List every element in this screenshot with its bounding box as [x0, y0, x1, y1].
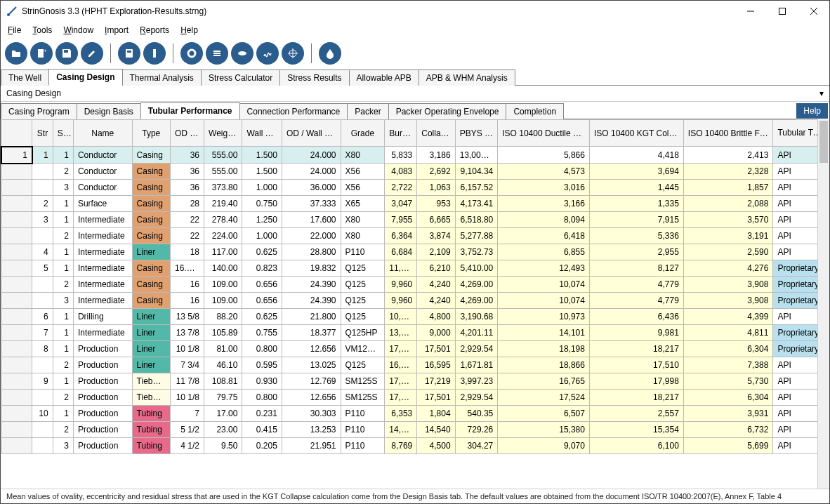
table-row[interactable]: 3IntermediateCasing16109.000.65624.390Q1…: [1, 293, 829, 309]
sub-tab-connection-performance[interactable]: Connection Performance: [239, 103, 348, 119]
main-tab-stress-calculator[interactable]: Stress Calculator: [201, 69, 280, 86]
col-type[interactable]: Type: [132, 120, 170, 147]
svg-point-15: [238, 51, 246, 55]
main-tab-thermal-analysis[interactable]: Thermal Analysis: [122, 69, 202, 86]
tubular-icon[interactable]: [143, 42, 166, 65]
row-header[interactable]: [1, 357, 32, 373]
help-button[interactable]: Help: [796, 103, 828, 119]
drop-icon[interactable]: [319, 42, 341, 65]
sub-tab-tubular-performance[interactable]: Tubular Performance: [140, 102, 240, 119]
row-header[interactable]: [1, 341, 32, 357]
row-header[interactable]: [1, 180, 32, 196]
col-kgt[interactable]: ISO 10400 KGT Collapse Pressure (psi): [589, 120, 683, 147]
row-header[interactable]: 1: [1, 147, 32, 164]
main-tab-allowable-apb[interactable]: Allowable APB: [349, 69, 419, 86]
menu-import[interactable]: Import: [100, 24, 133, 37]
row-header[interactable]: [1, 390, 32, 406]
panel-dropdown-icon[interactable]: ▾: [819, 88, 824, 98]
row-header[interactable]: [1, 325, 32, 341]
main-tab-apb-whm-analysis[interactable]: APB & WHM Analysis: [419, 69, 515, 86]
table-row[interactable]: 3ConductorCasing36373.801.00036.000X562,…: [1, 180, 829, 196]
main-tabs: The WellCasing DesignThermal AnalysisStr…: [1, 68, 829, 86]
table-row[interactable]: 51IntermediateCasing16.322140.000.82319.…: [1, 260, 829, 277]
row-header[interactable]: [1, 228, 32, 244]
row-header[interactable]: [1, 260, 32, 277]
table-row[interactable]: 111ConductorCasing36555.001.50024.000X80…: [1, 147, 829, 164]
tubular-performance-table[interactable]: StrSecNameTypeOD (in)Weight (ppf)Wall Th…: [1, 119, 829, 454]
minimize-button[interactable]: [735, 1, 766, 22]
table-row[interactable]: 2ProductionLiner7 3/446.100.59513.025Q12…: [1, 357, 829, 373]
sub-tab-completion[interactable]: Completion: [506, 103, 564, 119]
table-row[interactable]: 71IntermediateLiner13 7/8105.890.75518.3…: [1, 325, 829, 341]
svg-point-0: [7, 13, 10, 16]
col-burst[interactable]: Burst (psi): [385, 120, 417, 147]
col-odwt[interactable]: OD / Wall Thk: [282, 120, 341, 147]
menu-window[interactable]: Window: [59, 24, 98, 37]
row-header[interactable]: [1, 422, 32, 438]
menu-help[interactable]: Help: [176, 24, 202, 37]
save-icon[interactable]: [55, 42, 78, 65]
col-brittle[interactable]: ISO 10400 Brittle Fracture Pressure (psi…: [683, 120, 773, 147]
menu-file[interactable]: File: [4, 24, 25, 37]
main-tab-casing-design[interactable]: Casing Design: [48, 69, 122, 86]
spring-icon[interactable]: [256, 42, 279, 65]
vertical-scrollbar[interactable]: [817, 119, 829, 489]
close-button[interactable]: [798, 1, 829, 22]
col-grade[interactable]: Grade: [341, 120, 385, 147]
row-header[interactable]: [1, 212, 32, 228]
main-tab-the-well[interactable]: The Well: [1, 69, 49, 86]
table-row[interactable]: 2IntermediateCasing16109.000.65624.390Q1…: [1, 277, 829, 293]
table-row[interactable]: 101ProductionTubing717.000.23130.303P110…: [1, 406, 829, 422]
target-icon[interactable]: [282, 42, 304, 65]
col-od[interactable]: OD (in): [170, 120, 204, 147]
table-row[interactable]: 41IntermediateLiner18117.000.62528.800P1…: [1, 244, 829, 260]
row-header[interactable]: [1, 309, 32, 325]
row-header[interactable]: [1, 164, 32, 180]
sub-tab-design-basis[interactable]: Design Basis: [77, 103, 141, 119]
col-wall[interactable]: Wall Thk (in): [242, 120, 282, 147]
row-header[interactable]: [1, 277, 32, 293]
menu-reports[interactable]: Reports: [136, 24, 173, 37]
row-header[interactable]: [1, 373, 32, 390]
edit-icon[interactable]: [81, 42, 103, 65]
lines-icon[interactable]: [206, 42, 228, 65]
table-row[interactable]: 2ConductorCasing36555.001.50024.000X564,…: [1, 164, 829, 180]
table-row[interactable]: 91ProductionTieback11 7/8108.810.93012.7…: [1, 373, 829, 390]
new-file-icon[interactable]: +: [30, 42, 53, 65]
col-collapse[interactable]: Collapse (psi): [417, 120, 455, 147]
col-ductile[interactable]: ISO 10400 Ductile Rupture Pressure (psi): [498, 120, 590, 147]
window-title: StrinGnosis 3.3 (HPHT Exploration-Result…: [22, 6, 735, 16]
status-footer: Mean values of ovality, eccentricity and…: [1, 489, 829, 503]
calculator-icon[interactable]: [118, 42, 140, 65]
open-file-icon[interactable]: [5, 42, 27, 65]
row-header[interactable]: [1, 293, 32, 309]
col-rownum[interactable]: [1, 120, 32, 147]
row-header[interactable]: [1, 244, 32, 260]
col-pbys[interactable]: PBYS (klbf): [455, 120, 498, 147]
svg-rect-10: [153, 49, 156, 58]
joint-icon[interactable]: [231, 42, 253, 65]
col-name[interactable]: Name: [73, 120, 132, 147]
col-str[interactable]: Str: [32, 120, 53, 147]
sub-tab-packer-operating-envelope[interactable]: Packer Operating Envelope: [388, 103, 507, 119]
main-tab-stress-results[interactable]: Stress Results: [279, 69, 349, 86]
col-sec[interactable]: Sec: [53, 120, 73, 147]
sub-tab-casing-program[interactable]: Casing Program: [1, 103, 77, 119]
svg-rect-5: [38, 49, 44, 58]
table-row[interactable]: 61DrillingLiner13 5/888.200.62521.800Q12…: [1, 309, 829, 325]
sub-tab-packer[interactable]: Packer: [347, 103, 388, 119]
table-row[interactable]: 81ProductionLiner10 1/881.000.80012.656V…: [1, 341, 829, 357]
table-row[interactable]: 31IntermediateCasing22278.401.25017.600X…: [1, 212, 829, 228]
table-row[interactable]: 2ProductionTubing5 1/223.000.41513.253P1…: [1, 422, 829, 438]
maximize-button[interactable]: [766, 1, 798, 22]
row-header[interactable]: [1, 196, 32, 212]
ring-icon[interactable]: [180, 42, 203, 65]
table-row[interactable]: 21SurfaceCasing28219.400.75037.333X653,0…: [1, 196, 829, 212]
col-weight[interactable]: Weight (ppf): [204, 120, 242, 147]
row-header[interactable]: [1, 438, 32, 454]
table-row[interactable]: 2ProductionTieback10 1/879.750.80012.656…: [1, 390, 829, 406]
menu-tools[interactable]: Tools: [28, 24, 56, 37]
table-row[interactable]: 2IntermediateCasing22224.001.00022.000X8…: [1, 228, 829, 244]
table-row[interactable]: 3ProductionTubing4 1/29.500.20521.951P11…: [1, 438, 829, 454]
row-header[interactable]: [1, 406, 32, 422]
